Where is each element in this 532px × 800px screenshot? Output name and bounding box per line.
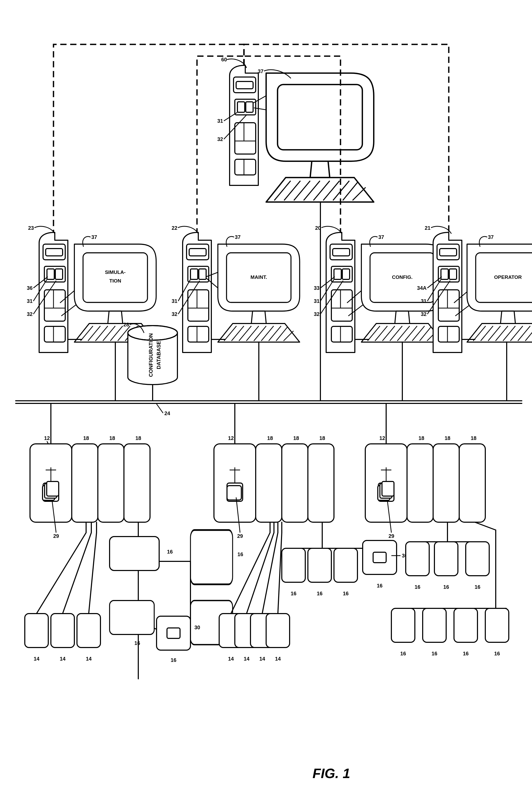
ref-31-hub: 31 <box>217 118 223 124</box>
svg-rect-82 <box>373 552 386 563</box>
screen-sim-l1: SIMULA- <box>105 270 126 275</box>
ref-36a: 36 <box>27 285 33 291</box>
ref-12-c: 12 <box>379 435 385 441</box>
dev14-b4 <box>266 614 290 648</box>
ref-16-aB: 16 <box>134 640 140 646</box>
ref-18-b1: 18 <box>267 435 273 441</box>
ref-18-c3: 18 <box>471 435 476 441</box>
dev16-cb4 <box>485 608 509 642</box>
ref-29-c: 29 <box>388 533 394 539</box>
ref-16-b2: 16 <box>317 590 322 596</box>
dev16-ct3 <box>466 542 489 576</box>
svg-line-69 <box>156 404 163 413</box>
dev16-aB <box>110 601 154 634</box>
ref-16-aR: 16 <box>238 551 243 557</box>
dev16-b2 <box>308 548 331 582</box>
sim-tower <box>39 232 68 352</box>
ref-22: 22 <box>172 225 177 231</box>
svg-line-88 <box>475 522 496 530</box>
ref-30-a: 30 <box>194 624 200 630</box>
ref-14-b1: 14 <box>228 656 234 661</box>
cfg-db-label-1: CONFIGURATION <box>148 333 154 377</box>
ref-16-cb2: 16 <box>432 651 437 656</box>
ref-14-a1: 14 <box>34 656 40 661</box>
ref-37-mnt: 37 <box>235 234 241 240</box>
dev16-ct2 <box>434 542 458 576</box>
ref-32-sim: 32 <box>27 311 33 317</box>
screen-sim-l2: TION <box>109 278 121 284</box>
ref-16-a-nested: 16 <box>171 657 176 663</box>
dev16-ct1 <box>406 542 429 576</box>
dev16-b1 <box>282 548 305 582</box>
ref-31-op: 31 <box>421 298 426 304</box>
ref-16-ct1: 16 <box>415 584 420 590</box>
ref-29-a: 29 <box>53 533 59 539</box>
dev16-cb3 <box>454 608 477 642</box>
svg-rect-77 <box>227 486 241 500</box>
ref-60: 60 <box>221 57 227 62</box>
ref-34A: 34A <box>417 285 426 291</box>
ref-33a: 33 <box>314 285 320 291</box>
ref-18-c1: 18 <box>418 435 424 441</box>
ref-18-a3: 18 <box>135 435 141 441</box>
ref-14-b4: 14 <box>275 656 281 661</box>
ref-32-hub: 32 <box>217 136 223 142</box>
ref-16-b3: 16 <box>343 590 348 596</box>
ref-12-b: 12 <box>228 435 234 441</box>
ref-32-cfg: 32 <box>314 311 320 317</box>
ref-31-sim: 31 <box>27 298 33 304</box>
dev14-a3 <box>77 614 100 648</box>
dev16-cb1 <box>392 608 415 642</box>
ref-16-aT: 16 <box>167 549 173 554</box>
ref-24: 24 <box>164 411 170 416</box>
hub-tower <box>230 65 258 185</box>
ref-37-cfg: 37 <box>378 234 384 240</box>
ref-16-ct2: 16 <box>443 584 449 590</box>
dev14-a2 <box>51 614 74 648</box>
ref-16-cb1: 16 <box>400 651 406 656</box>
ref-29-b: 29 <box>237 533 243 539</box>
ref-31-mnt: 31 <box>172 298 177 304</box>
ref-28: 28 <box>124 322 129 327</box>
ref-16-b1: 16 <box>291 590 297 596</box>
dev16-aR <box>190 530 233 584</box>
ref-14-b3: 14 <box>259 656 265 661</box>
op-tower <box>433 232 462 352</box>
screen-op: OPERATOR <box>494 274 522 280</box>
dev16-b3 <box>334 548 358 582</box>
ref-18-b2: 18 <box>293 435 299 441</box>
figure-caption: FIG. 1 <box>312 766 350 781</box>
ref-16-ct3: 16 <box>475 584 480 590</box>
cfg-tower <box>326 232 355 352</box>
screen-maint: MAINT. <box>250 274 267 280</box>
screen-cfg: CONFIG. <box>392 274 413 280</box>
ref-14-a2: 14 <box>60 656 66 661</box>
ref-16-cb4: 16 <box>494 651 500 656</box>
dev16-cb2 <box>423 608 446 642</box>
ref-31-cfg: 31 <box>314 298 320 304</box>
ref-12-a: 12 <box>44 435 50 441</box>
svg-rect-75 <box>167 628 180 638</box>
ref-14-a3: 14 <box>86 656 92 661</box>
maint-tower <box>183 232 211 352</box>
dev16-aT <box>110 537 159 570</box>
dev14-a1 <box>25 614 48 648</box>
ref-21: 21 <box>425 225 431 231</box>
ref-16-b4: 16 <box>377 583 382 588</box>
ref-20: 20 <box>315 225 321 231</box>
rack-b <box>214 444 334 522</box>
ref-14-b2: 14 <box>244 656 250 661</box>
ref-37-op: 37 <box>488 234 494 240</box>
ref-18-c2: 18 <box>444 435 450 441</box>
ref-18-a1: 18 <box>83 435 89 441</box>
ref-18-b3: 18 <box>319 435 325 441</box>
ref-32-mnt: 32 <box>172 311 177 317</box>
cfg-db-label-2: DATABASE <box>156 341 162 369</box>
ref-23: 23 <box>28 225 34 231</box>
ref-16-cb3: 16 <box>463 651 469 656</box>
ref-18-a2: 18 <box>109 435 115 441</box>
ref-37-hub: 37 <box>258 68 264 74</box>
ref-32-op: 32 <box>421 311 426 317</box>
ref-37-sim: 37 <box>91 234 97 240</box>
